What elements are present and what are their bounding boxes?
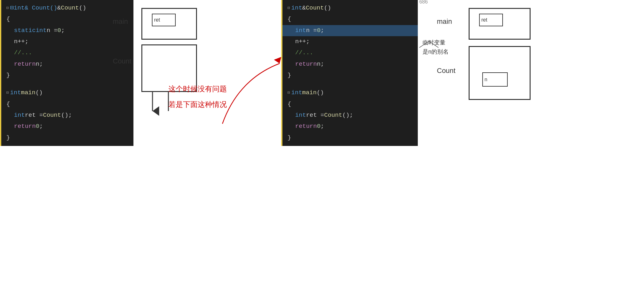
r-code-line-7: } <box>282 70 418 81</box>
svg-line-7 <box>419 41 429 48</box>
main-container: ⊟ ⊟int& Count()& Count() { static int n … <box>0 0 644 296</box>
code-line-8: ⊟ int main() <box>1 87 133 98</box>
annotation-arrow-svg <box>416 29 448 54</box>
n-inner-box-right: n <box>482 72 508 87</box>
code-line-10: int ret = Count(); <box>1 110 133 121</box>
r-code-line-6: return n; <box>282 59 418 70</box>
count-stack-box-right: n <box>469 46 531 100</box>
r-code-line-2: { <box>282 14 418 25</box>
ret-inner-box-left: ret <box>152 14 176 26</box>
r-code-line-10: int ret = Count(); <box>282 110 418 121</box>
right-code-block: ⊟ int& Count() { int n = 0; n++; //... r… <box>281 0 418 146</box>
code-line-9: { <box>1 99 133 110</box>
r-code-line-12: } <box>282 132 418 143</box>
r-code-line-3: int n = 0; <box>282 25 418 36</box>
main-label-left: main <box>113 17 128 26</box>
main-label-right: main <box>437 17 452 26</box>
watermark: CSDN @马尔科686 <box>419 0 434 5</box>
code-line-blank <box>1 81 133 87</box>
code-line-7: } <box>1 70 133 81</box>
code-line-12: } <box>1 132 133 143</box>
ret-inner-box-right: ret <box>479 14 503 26</box>
code-line-4: n++; <box>1 36 133 47</box>
code-line-11: return 0; <box>1 121 133 132</box>
svg-line-8 <box>429 41 438 48</box>
code-line-3: static int n = 0; <box>1 25 133 36</box>
r-code-line-5: //... <box>282 47 418 58</box>
main-stack-box-right: ret <box>469 8 531 40</box>
r-code-line-blank <box>282 81 418 87</box>
r-code-line-4: n++; <box>282 36 418 47</box>
r-code-line-9: { <box>282 99 418 110</box>
count-label-right: Count <box>437 67 456 75</box>
r-code-line-11: return 0; <box>282 121 418 132</box>
if-below-text: 若是下面这种情况 <box>168 98 227 111</box>
r-code-line-1: ⊟ int& Count() <box>282 3 418 14</box>
r-code-line-8: ⊟ int main() <box>282 87 418 98</box>
count-label-left: Count <box>113 57 132 65</box>
no-problem-text: 这个时候没有问题 <box>168 82 227 95</box>
middle-annotation: 这个时候没有问题 若是下面这种情况 <box>168 82 227 111</box>
code-line-1: ⊟ ⊟int& Count()& Count() <box>1 3 133 14</box>
main-stack-box-left: ret <box>141 8 197 40</box>
